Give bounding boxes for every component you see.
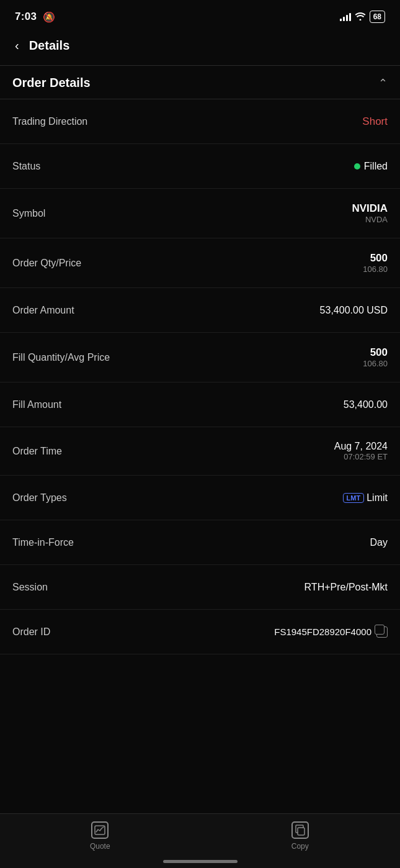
fill-amount-value: 53,400.00 — [344, 399, 388, 410]
symbol-value: NVIDIA NVDA — [352, 202, 388, 224]
order-type-text: Limit — [367, 492, 388, 504]
order-id-text: FS1945FD28920F4000 — [274, 626, 371, 637]
quote-tab-label: Quote — [90, 842, 110, 851]
order-qty-sub: 106.80 — [363, 264, 388, 274]
status-label: Status — [12, 161, 40, 172]
order-time-sub: 07:02:59 ET — [334, 452, 388, 461]
status-text: Filled — [364, 161, 388, 172]
back-button[interactable]: ‹ — [12, 36, 22, 55]
trading-direction-value: Short — [362, 115, 388, 128]
symbol-sub: NVDA — [352, 215, 388, 224]
fill-qty-row: Fill Quantity/Avg Price 500 106.80 — [0, 333, 400, 382]
order-time-label: Order Time — [12, 446, 62, 457]
collapse-icon[interactable]: ⌃ — [378, 76, 388, 90]
status-row: Status Filled — [0, 144, 400, 189]
order-id-value: FS1945FD28920F4000 — [274, 626, 388, 638]
symbol-label: Symbol — [12, 208, 45, 219]
order-types-label: Order Types — [12, 492, 67, 504]
order-time-main: Aug 7, 2024 — [334, 441, 388, 452]
lmt-badge: LMT — [343, 493, 365, 503]
tab-quote[interactable]: Quote — [0, 821, 200, 851]
time-in-force-row: Time-in-Force Day — [0, 520, 400, 565]
fill-qty-main: 500 — [363, 346, 388, 359]
trading-direction-row: Trading Direction Short — [0, 99, 400, 144]
order-amount-row: Order Amount 53,400.00 USD — [0, 288, 400, 333]
time-in-force-value: Day — [370, 537, 388, 548]
order-qty-label: Order Qty/Price — [12, 258, 81, 269]
fill-amount-row: Fill Amount 53,400.00 — [0, 382, 400, 427]
status-dot — [354, 163, 360, 170]
quote-icon — [91, 821, 109, 839]
battery-indicator: 68 — [370, 11, 385, 23]
page-title: Details — [29, 38, 70, 53]
fill-qty-value: 500 106.80 — [363, 346, 388, 368]
order-id-label: Order ID — [12, 626, 50, 638]
copy-icon — [291, 821, 309, 839]
trading-direction-label: Trading Direction — [12, 116, 87, 127]
wifi-icon — [355, 12, 366, 22]
symbol-main: NVIDIA — [352, 202, 388, 215]
order-qty-value: 500 106.80 — [363, 252, 388, 274]
order-types-value: LMT Limit — [343, 492, 388, 504]
fill-qty-sub: 106.80 — [363, 359, 388, 368]
order-details-section[interactable]: Order Details ⌃ — [0, 65, 400, 99]
copy-tab-label: Copy — [291, 842, 309, 851]
time-in-force-label: Time-in-Force — [12, 537, 74, 548]
order-qty-row: Order Qty/Price 500 106.80 — [0, 238, 400, 288]
signal-bars — [340, 12, 351, 21]
status-value: Filled — [354, 161, 388, 172]
notification-icon: 🔕 — [43, 11, 55, 23]
status-icons: 68 — [340, 11, 385, 23]
page-header: ‹ Details — [0, 31, 400, 65]
fill-qty-label: Fill Quantity/Avg Price — [12, 352, 110, 363]
session-row: Session RTH+Pre/Post-Mkt — [0, 565, 400, 610]
order-types-row: Order Types LMT Limit — [0, 476, 400, 520]
symbol-row: Symbol NVIDIA NVDA — [0, 189, 400, 238]
session-value: RTH+Pre/Post-Mkt — [304, 582, 388, 593]
svg-rect-1 — [298, 828, 304, 835]
order-time-row: Order Time Aug 7, 2024 07:02:59 ET — [0, 427, 400, 476]
order-time-value: Aug 7, 2024 07:02:59 ET — [334, 441, 388, 461]
order-qty-main: 500 — [363, 252, 388, 264]
copy-order-id-icon[interactable] — [376, 626, 388, 638]
order-id-row: Order ID FS1945FD28920F4000 — [0, 610, 400, 654]
status-time: 7:03 — [15, 11, 37, 23]
order-amount-label: Order Amount — [12, 305, 74, 316]
home-indicator — [163, 860, 238, 863]
fill-amount-label: Fill Amount — [12, 399, 61, 410]
status-bar: 7:03 🔕 68 — [0, 0, 400, 31]
section-title: Order Details — [12, 76, 91, 90]
tab-copy[interactable]: Copy — [200, 821, 401, 851]
session-label: Session — [12, 582, 48, 593]
order-amount-value: 53,400.00 USD — [320, 305, 388, 316]
